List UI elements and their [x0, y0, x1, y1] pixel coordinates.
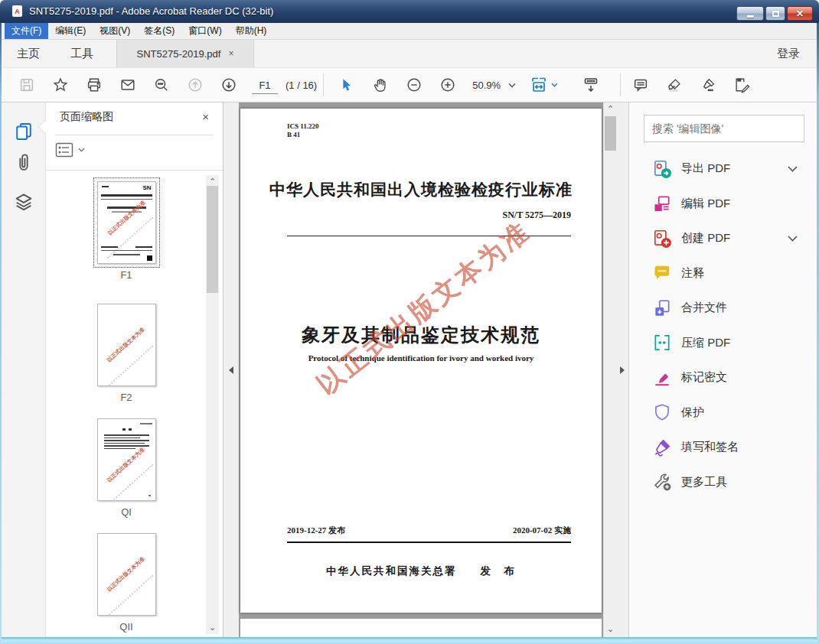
- create-pdf-icon: [652, 229, 672, 249]
- tool-compress-pdf[interactable]: 压缩 PDF: [629, 326, 817, 361]
- tool-label: 压缩 PDF: [681, 336, 817, 350]
- fill-sign-toolbar-icon[interactable]: [691, 68, 725, 102]
- minimize-button[interactable]: [736, 6, 764, 21]
- menu-bar: 文件(F) 编辑(E) 视图(V) 签名(S) 窗口(W) 帮助(H): [2, 23, 817, 40]
- scroll-down-icon[interactable]: ⌄: [604, 624, 617, 634]
- toolbar-separator: [620, 73, 621, 96]
- scrolling-mode-icon[interactable]: [574, 68, 608, 102]
- tool-protect[interactable]: 保护: [629, 395, 817, 431]
- comment-icon[interactable]: [624, 68, 657, 102]
- standard-header: 中华人民共和国出入境检验检疫行业标准: [240, 179, 602, 200]
- thumbnail-page-1[interactable]: SN 以正式出版文本为准 F1: [46, 181, 207, 281]
- panel-close-icon[interactable]: ×: [202, 110, 209, 123]
- tools-panel: 导出 PDF 编辑 PDF: [628, 102, 817, 637]
- email-icon[interactable]: [111, 68, 145, 102]
- page-thumbnails-icon[interactable]: [13, 121, 34, 142]
- thumbnail-preview: SN 以正式出版文本为准: [97, 181, 156, 264]
- tab-home[interactable]: 主页: [17, 40, 40, 67]
- tool-label: 注释: [681, 266, 817, 281]
- menu-sign[interactable]: 签名(S): [137, 23, 181, 39]
- save-icon[interactable]: [10, 68, 44, 102]
- maximize-icon: [772, 11, 779, 17]
- edit-pdf-icon: [652, 194, 672, 213]
- tab-close-icon[interactable]: ×: [228, 48, 233, 59]
- document-scrollbar-thumb[interactable]: [605, 116, 616, 151]
- thumbnail-label: QI: [46, 506, 207, 518]
- menu-view[interactable]: 视图(V): [93, 23, 137, 39]
- pdf-file-icon: A: [12, 5, 22, 17]
- thumbnail-page-2[interactable]: 以正式出版文本为准 F2: [46, 304, 207, 403]
- collapse-right-panel-button[interactable]: [616, 102, 628, 637]
- document-area: ICS 11.220 B 41 中华人民共和国出入境检验检疫行业标准 SN/T …: [224, 102, 628, 637]
- thumbnail-page-4[interactable]: 以正式出版文本为准 QII: [46, 533, 207, 633]
- tool-comment[interactable]: 注释: [629, 256, 817, 291]
- tab-tools[interactable]: 工具: [70, 40, 93, 67]
- zoom-level-dropdown[interactable]: 50.9%: [472, 80, 516, 91]
- menu-file[interactable]: 文件(F): [5, 23, 48, 39]
- maximize-button[interactable]: [765, 6, 785, 21]
- page-number-input[interactable]: F1: [252, 76, 278, 94]
- title-bar[interactable]: A SNT5275-2019.pdf - Adobe Acrobat Reade…: [0, 0, 819, 23]
- tool-label: 更多工具: [681, 475, 817, 490]
- tool-edit-pdf[interactable]: 编辑 PDF: [629, 187, 817, 222]
- close-icon: ✕: [796, 8, 804, 19]
- chevron-down-icon[interactable]: [788, 166, 798, 172]
- document-scrollbar[interactable]: ⌃ ⌄: [603, 102, 616, 637]
- thumbnail-options-button[interactable]: [55, 142, 85, 158]
- compress-pdf-icon: [652, 333, 672, 353]
- thumbnail-list: SN 以正式出版文本为准 F1: [46, 171, 207, 637]
- panel-scrollbar-thumb[interactable]: [207, 186, 218, 293]
- draft-watermark: 以正式出版文本为准: [292, 200, 556, 417]
- scroll-up-icon[interactable]: ⌃: [604, 104, 617, 114]
- search-icon[interactable]: [145, 68, 178, 102]
- tool-label: 创建 PDF: [681, 231, 788, 246]
- tool-redact[interactable]: 标记密文: [629, 360, 817, 395]
- zoom-in-icon[interactable]: [431, 68, 465, 102]
- highlighter-icon[interactable]: [657, 68, 691, 102]
- next-page-icon[interactable]: [212, 68, 246, 102]
- scroll-down-icon[interactable]: ⌄: [206, 623, 219, 633]
- tool-export-pdf[interactable]: 导出 PDF: [629, 151, 817, 187]
- panel-title: 页面缩略图: [60, 110, 113, 124]
- comment-tool-icon: [652, 263, 672, 283]
- tool-combine-files[interactable]: 合并文件: [629, 291, 817, 326]
- panel-scrollbar[interactable]: ⌃ ⌄: [206, 175, 219, 634]
- menu-window[interactable]: 窗口(W): [181, 23, 228, 39]
- page-count-label: (1 / 16): [286, 80, 317, 91]
- previous-page-icon[interactable]: [178, 68, 212, 102]
- tool-list: 导出 PDF 编辑 PDF: [629, 151, 817, 499]
- tool-more-tools[interactable]: 更多工具: [629, 465, 817, 500]
- fill-sign-icon: [652, 437, 672, 457]
- hand-tool-icon[interactable]: [364, 68, 397, 102]
- fit-width-dropdown[interactable]: [524, 68, 563, 102]
- menu-help[interactable]: 帮助(H): [229, 23, 274, 39]
- collapse-left-panel-button[interactable]: [224, 102, 239, 637]
- sign-in-button[interactable]: 登录: [777, 40, 800, 67]
- menu-edit[interactable]: 编辑(E): [48, 23, 93, 39]
- close-button[interactable]: ✕: [787, 6, 813, 21]
- window-bottom-border: [0, 637, 819, 644]
- search-input[interactable]: [644, 115, 804, 142]
- edit-document-icon[interactable]: [725, 68, 759, 102]
- print-icon[interactable]: [77, 68, 111, 102]
- tab-document-label: SNT5275-2019.pdf: [137, 48, 221, 60]
- tab-document[interactable]: SNT5275-2019.pdf ×: [116, 40, 254, 67]
- tool-fill-sign[interactable]: 填写和签名: [629, 430, 817, 465]
- chevron-down-icon: [551, 83, 558, 87]
- document-canvas[interactable]: ICS 11.220 B 41 中华人民共和国出入境检验检疫行业标准 SN/T …: [239, 102, 603, 637]
- attachments-icon[interactable]: [13, 151, 34, 173]
- layers-icon[interactable]: [13, 191, 34, 213]
- select-tool-icon[interactable]: [330, 68, 364, 102]
- tool-create-pdf[interactable]: 创建 PDF: [629, 221, 817, 256]
- toolbar-separator: [323, 73, 324, 96]
- tool-label: 导出 PDF: [681, 161, 788, 176]
- thumbnail-page-3[interactable]: 以正式出版文本为准 QI: [46, 418, 207, 518]
- star-icon[interactable]: [44, 68, 77, 102]
- document-subtitle: Protocol of technique identification for…: [240, 353, 602, 363]
- zoom-level-value: 50.9%: [472, 80, 501, 91]
- pdf-page-1: ICS 11.220 B 41 中华人民共和国出入境检验检疫行业标准 SN/T …: [240, 109, 602, 613]
- ics-classification: ICS 11.220 B 41: [287, 122, 319, 139]
- chevron-down-icon: [508, 83, 516, 88]
- chevron-down-icon[interactable]: [788, 236, 798, 242]
- zoom-out-icon[interactable]: [397, 68, 431, 102]
